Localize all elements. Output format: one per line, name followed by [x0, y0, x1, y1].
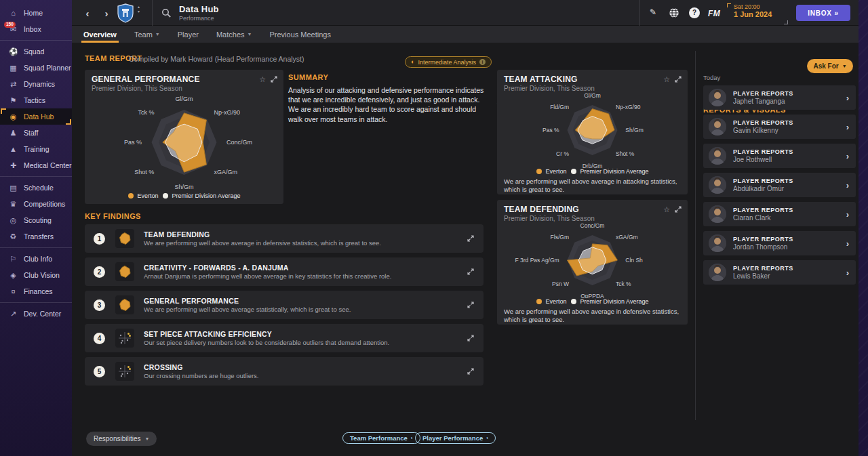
player-avatar — [709, 205, 726, 223]
help-icon[interactable]: ? — [689, 7, 700, 18]
sidebar-item-label: Club Vision — [24, 271, 60, 279]
expand-icon[interactable] — [467, 302, 474, 308]
sidebar-item-label: Finances — [24, 287, 53, 295]
dynamics-icon: ⇄ — [9, 80, 18, 89]
finding-description: Our crossing numbers are huge outliers. — [144, 372, 467, 379]
expand-icon[interactable] — [675, 76, 682, 83]
svg-text:Np-xG/90: Np-xG/90 — [214, 109, 241, 116]
competitions-icon: ♛ — [9, 200, 18, 209]
expand-icon[interactable] — [467, 268, 474, 275]
sidebar-item-data-hub[interactable]: ◉ Data Hub — [0, 108, 72, 125]
sidebar-item-competitions[interactable]: ♛ Competitions — [0, 196, 72, 212]
sidebar-nav: ⌂ Home ✉ Inbox 150 ⚽ Squad ▦ Squad Plann… — [0, 5, 72, 322]
tab-previous-meetings[interactable]: Previous Meetings — [269, 26, 331, 43]
player-avatar — [709, 176, 726, 194]
player-performance-button[interactable]: Player Performance› — [415, 432, 496, 444]
world-icon[interactable] — [669, 7, 679, 18]
player-report-card-jordan-thompson[interactable]: PLAYER REPORTS Jordan Thompson › — [703, 231, 856, 255]
sidebar-item-dynamics[interactable]: ⇄ Dynamics — [0, 76, 72, 92]
chevron-right-icon: › — [846, 239, 849, 249]
sidebar-item-label: Tactics — [24, 96, 45, 104]
page-subtitle: Performance — [179, 15, 219, 22]
sidebar-item-home[interactable]: ⌂ Home — [0, 5, 72, 21]
team-performance-button[interactable]: Team Performance› — [342, 432, 420, 444]
expand-icon[interactable] — [467, 368, 474, 375]
sidebar-item-squad-planner[interactable]: ▦ Squad Planner — [0, 60, 72, 76]
sidebar-item-staff[interactable]: ♟ Staff — [0, 125, 72, 141]
edit-pencil-icon[interactable]: ✎ — [650, 7, 656, 17]
data-hub-icon: ◉ — [9, 112, 18, 121]
favourite-star-icon[interactable]: ☆ — [663, 206, 670, 213]
scatter-chart-icon — [117, 364, 132, 379]
key-finding-card[interactable]: 4 SET PIECE ATTACKING EFFICIENCY Our set… — [85, 324, 484, 352]
expand-icon[interactable] — [467, 335, 474, 341]
back-button[interactable]: ‹ — [80, 6, 95, 20]
sidebar-item-schedule[interactable]: ▤ Schedule — [0, 180, 72, 196]
sidebar-item-scouting[interactable]: ◎ Scouting — [0, 212, 72, 228]
forward-button[interactable]: › — [99, 6, 114, 20]
finding-number-badge: 1 — [94, 233, 105, 245]
tab-team[interactable]: Team ▼ — [134, 26, 160, 43]
sidebar-item-label: Dynamics — [24, 80, 55, 88]
sidebar-item-squad[interactable]: ⚽ Squad — [0, 43, 72, 60]
expand-icon[interactable] — [467, 235, 474, 242]
tab-matches[interactable]: Matches ▼ — [216, 26, 252, 43]
player-report-card-gavin-kilkenny[interactable]: PLAYER REPORTS Gavin Kilkenny › — [703, 115, 856, 139]
sidebar-item-club-info[interactable]: ⚐ Club Info — [0, 251, 72, 267]
sidebar-item-tactics[interactable]: ⚑ Tactics — [0, 92, 72, 108]
sidebar-separator — [0, 247, 72, 248]
scatter-chart-icon — [115, 362, 134, 381]
key-finding-card[interactable]: 1 TEAM DEFENDING We are performing well … — [85, 224, 484, 253]
sidebar-item-transfers[interactable]: ♻ Transfers — [0, 228, 72, 245]
sidebar-item-dev-center[interactable]: ↗ Dev. Center — [0, 306, 72, 322]
key-finding-card[interactable]: 5 CROSSING Our crossing numbers are huge… — [85, 357, 484, 386]
responsibilities-button[interactable]: Responsibilities▼ — [86, 432, 157, 446]
game-date-text: 1 Jun 2024 — [734, 10, 783, 18]
favourite-star-icon[interactable]: ☆ — [663, 76, 670, 83]
sidebar-item-finances[interactable]: ¤ Finances — [0, 283, 72, 299]
ask-for-button[interactable]: Ask For▼ — [807, 59, 853, 73]
key-finding-card[interactable]: 3 GENERAL PERFORMANCE We are performing … — [85, 291, 484, 319]
svg-text:Sh/Gm: Sh/Gm — [174, 184, 193, 190]
sidebar-item-club-vision[interactable]: ◈ Club Vision — [0, 267, 72, 283]
favourite-star-icon[interactable]: ☆ — [259, 76, 266, 83]
svg-text:F 3rd Pas Ag/Gm: F 3rd Pas Ag/Gm — [515, 257, 559, 264]
search-icon — [161, 8, 172, 18]
chart-legend: Everton Premier Division Average — [85, 192, 283, 199]
tab-label: Player — [178, 30, 199, 39]
club-crest-icon[interactable] — [117, 3, 134, 23]
player-report-card-joe-rothwell[interactable]: PLAYER REPORTS Joe Rothwell › — [703, 144, 856, 168]
tab-overview[interactable]: Overview — [83, 26, 117, 43]
tab-label: Matches — [216, 30, 245, 39]
svg-text:Fld/Gm: Fld/Gm — [550, 104, 569, 110]
analysis-level-badge[interactable]: ◐ Intermediate Analysis i — [405, 56, 492, 68]
svg-text:Tck %: Tck % — [138, 109, 154, 116]
expand-icon[interactable] — [675, 206, 682, 213]
team-switcher-chevrons[interactable]: ▴▾ — [138, 5, 140, 14]
expand-icon[interactable] — [271, 76, 277, 83]
sidebar-item-training[interactable]: ▲ Training — [0, 141, 72, 157]
player-report-card-japhet-tanganga[interactable]: PLAYER REPORTS Japhet Tanganga › — [703, 85, 856, 110]
page-title-search[interactable]: Data Hub Performance — [152, 0, 640, 26]
inbox-continue-button[interactable]: INBOX » — [796, 5, 850, 21]
player-name: Japhet Tanganga — [733, 98, 846, 105]
scouting-icon: ◎ — [9, 216, 18, 225]
svg-text:Shot %: Shot % — [616, 150, 635, 157]
team-defending-radar: Conc/GmxGA/GmCln ShTck %OpPPDAPsn WF 3rd… — [497, 222, 688, 298]
player-report-card-lewis-baker[interactable]: PLAYER REPORTS Lewis Baker › — [703, 260, 856, 285]
player-report-card-ciaran-clark[interactable]: PLAYER REPORTS Ciaran Clark › — [703, 202, 856, 226]
sidebar-item-inbox[interactable]: ✉ Inbox 150 — [0, 21, 72, 37]
content-area: TEAM REPORT Compiled by Mark Howard (Hea… — [72, 43, 859, 456]
transfers-icon: ♻ — [9, 232, 18, 241]
finding-description: We are performing well above average in … — [144, 239, 467, 247]
player-avatar — [709, 147, 726, 165]
tab-bar: Overview Team ▼ Player Matches ▼ Previou… — [72, 26, 859, 43]
info-icon[interactable]: i — [479, 59, 486, 65]
sidebar-item-medical-center[interactable]: ✚ Medical Center — [0, 157, 72, 173]
chevron-down-icon: ▼ — [248, 32, 252, 37]
tab-player[interactable]: Player — [178, 26, 199, 43]
chevron-right-icon: › — [846, 180, 849, 190]
player-avatar — [709, 234, 726, 252]
key-finding-card[interactable]: 2 CREATIVITY - FORWARDS - A. DANJUMA Arn… — [85, 257, 484, 286]
player-report-card-abd-lkadir-m-r[interactable]: PLAYER REPORTS Abdülkadir Ömür › — [703, 173, 856, 197]
